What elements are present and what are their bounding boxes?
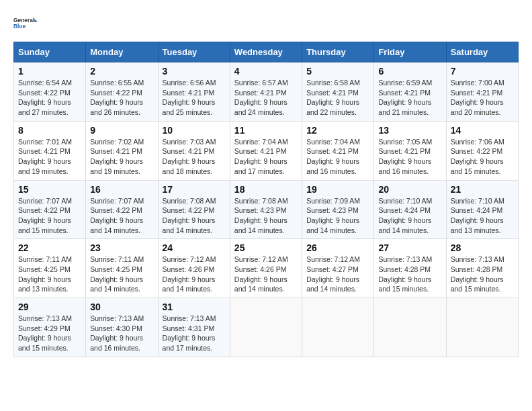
day-number: 13 — [378, 125, 441, 136]
day-number: 17 — [163, 184, 226, 195]
col-header-friday: Friday — [374, 42, 446, 62]
day-number: 25 — [234, 242, 298, 253]
week-row-2: 8Sunrise: 7:01 AMSunset: 4:21 PMDaylight… — [14, 121, 519, 180]
calendar-cell: 18Sunrise: 7:08 AMSunset: 4:23 PMDayligh… — [230, 180, 302, 239]
calendar-cell: 7Sunrise: 7:00 AMSunset: 4:21 PMDaylight… — [446, 62, 518, 122]
calendar-cell: 27Sunrise: 7:13 AMSunset: 4:28 PMDayligh… — [374, 239, 446, 298]
calendar-cell: 4Sunrise: 6:57 AMSunset: 4:21 PMDaylight… — [230, 62, 302, 122]
calendar-cell: 6Sunrise: 6:59 AMSunset: 4:21 PMDaylight… — [374, 62, 446, 122]
calendar-cell — [374, 298, 446, 357]
calendar-cell: 13Sunrise: 7:05 AMSunset: 4:21 PMDayligh… — [374, 121, 446, 180]
calendar-cell: 9Sunrise: 7:02 AMSunset: 4:21 PMDaylight… — [86, 121, 158, 180]
day-info: Sunrise: 7:13 AMSunset: 4:28 PMDaylight:… — [378, 255, 441, 294]
calendar-cell: 24Sunrise: 7:12 AMSunset: 4:26 PMDayligh… — [158, 239, 230, 298]
day-number: 21 — [451, 184, 514, 195]
col-header-saturday: Saturday — [446, 42, 518, 62]
day-number: 12 — [306, 125, 369, 136]
day-info: Sunrise: 7:06 AMSunset: 4:22 PMDaylight:… — [451, 137, 514, 177]
calendar-cell: 30Sunrise: 7:13 AMSunset: 4:30 PMDayligh… — [86, 298, 158, 357]
calendar-cell — [446, 298, 518, 357]
calendar-cell: 19Sunrise: 7:09 AMSunset: 4:23 PMDayligh… — [302, 180, 374, 239]
day-number: 18 — [234, 184, 298, 195]
day-info: Sunrise: 7:13 AMSunset: 4:30 PMDaylight:… — [90, 314, 153, 353]
day-number: 2 — [90, 66, 153, 77]
day-info: Sunrise: 6:58 AMSunset: 4:21 PMDaylight:… — [306, 78, 369, 118]
calendar-cell: 14Sunrise: 7:06 AMSunset: 4:22 PMDayligh… — [446, 121, 518, 180]
calendar-cell: 8Sunrise: 7:01 AMSunset: 4:21 PMDaylight… — [14, 121, 86, 180]
day-info: Sunrise: 6:55 AMSunset: 4:22 PMDaylight:… — [90, 78, 153, 118]
logo: General Blue — [13, 11, 38, 35]
day-number: 26 — [306, 242, 369, 253]
col-header-monday: Monday — [86, 42, 158, 62]
day-number: 30 — [90, 302, 153, 312]
day-info: Sunrise: 7:07 AMSunset: 4:22 PMDaylight:… — [18, 196, 81, 236]
day-info: Sunrise: 6:57 AMSunset: 4:21 PMDaylight:… — [234, 78, 298, 118]
calendar-cell: 20Sunrise: 7:10 AMSunset: 4:24 PMDayligh… — [374, 180, 446, 239]
calendar-cell: 10Sunrise: 7:03 AMSunset: 4:21 PMDayligh… — [158, 121, 230, 180]
day-number: 6 — [378, 66, 441, 77]
day-info: Sunrise: 7:13 AMSunset: 4:29 PMDaylight:… — [18, 314, 81, 353]
calendar-cell: 11Sunrise: 7:04 AMSunset: 4:21 PMDayligh… — [230, 121, 302, 180]
calendar-cell: 25Sunrise: 7:12 AMSunset: 4:26 PMDayligh… — [230, 239, 302, 298]
calendar-cell — [230, 298, 302, 357]
week-row-1: 1Sunrise: 6:54 AMSunset: 4:22 PMDaylight… — [14, 62, 519, 122]
day-info: Sunrise: 7:05 AMSunset: 4:21 PMDaylight:… — [378, 137, 441, 177]
day-number: 31 — [163, 302, 226, 312]
col-header-tuesday: Tuesday — [158, 42, 230, 62]
day-number: 10 — [163, 125, 226, 136]
day-number: 20 — [378, 184, 441, 195]
day-info: Sunrise: 7:10 AMSunset: 4:24 PMDaylight:… — [378, 196, 441, 236]
calendar-cell: 5Sunrise: 6:58 AMSunset: 4:21 PMDaylight… — [302, 62, 374, 122]
calendar-cell: 16Sunrise: 7:07 AMSunset: 4:22 PMDayligh… — [86, 180, 158, 239]
col-header-wednesday: Wednesday — [230, 42, 302, 62]
day-number: 4 — [234, 66, 298, 77]
col-header-sunday: Sunday — [14, 42, 86, 62]
day-info: Sunrise: 7:11 AMSunset: 4:25 PMDaylight:… — [90, 255, 153, 294]
day-number: 29 — [18, 302, 81, 312]
header: General Blue — [13, 11, 519, 35]
calendar-cell: 29Sunrise: 7:13 AMSunset: 4:29 PMDayligh… — [14, 298, 86, 357]
day-info: Sunrise: 6:54 AMSunset: 4:22 PMDaylight:… — [18, 78, 81, 118]
day-number: 3 — [163, 66, 226, 77]
day-info: Sunrise: 7:12 AMSunset: 4:26 PMDaylight:… — [234, 255, 298, 294]
calendar-cell: 12Sunrise: 7:04 AMSunset: 4:21 PMDayligh… — [302, 121, 374, 180]
calendar-table: SundayMondayTuesdayWednesdayThursdayFrid… — [13, 42, 519, 357]
calendar-cell: 22Sunrise: 7:11 AMSunset: 4:25 PMDayligh… — [14, 239, 86, 298]
day-number: 1 — [18, 66, 81, 77]
day-number: 11 — [234, 125, 298, 136]
column-headers: SundayMondayTuesdayWednesdayThursdayFrid… — [14, 42, 519, 62]
calendar-cell: 17Sunrise: 7:08 AMSunset: 4:22 PMDayligh… — [158, 180, 230, 239]
day-info: Sunrise: 7:04 AMSunset: 4:21 PMDaylight:… — [234, 137, 298, 177]
day-number: 9 — [90, 125, 153, 136]
day-info: Sunrise: 7:08 AMSunset: 4:22 PMDaylight:… — [163, 196, 226, 236]
calendar-cell: 15Sunrise: 7:07 AMSunset: 4:22 PMDayligh… — [14, 180, 86, 239]
day-number: 14 — [451, 125, 514, 136]
calendar-cell: 3Sunrise: 6:56 AMSunset: 4:21 PMDaylight… — [158, 62, 230, 122]
day-info: Sunrise: 6:59 AMSunset: 4:21 PMDaylight:… — [378, 78, 441, 118]
day-info: Sunrise: 7:09 AMSunset: 4:23 PMDaylight:… — [306, 196, 369, 236]
day-info: Sunrise: 7:08 AMSunset: 4:23 PMDaylight:… — [234, 196, 298, 236]
calendar-cell: 28Sunrise: 7:13 AMSunset: 4:28 PMDayligh… — [446, 239, 518, 298]
day-number: 27 — [378, 242, 441, 253]
day-info: Sunrise: 7:04 AMSunset: 4:21 PMDaylight:… — [306, 137, 369, 177]
day-info: Sunrise: 6:56 AMSunset: 4:21 PMDaylight:… — [163, 78, 226, 118]
day-info: Sunrise: 7:00 AMSunset: 4:21 PMDaylight:… — [451, 78, 514, 118]
day-number: 19 — [306, 184, 369, 195]
day-info: Sunrise: 7:10 AMSunset: 4:24 PMDaylight:… — [451, 196, 514, 236]
calendar-cell: 26Sunrise: 7:12 AMSunset: 4:27 PMDayligh… — [302, 239, 374, 298]
calendar-cell: 23Sunrise: 7:11 AMSunset: 4:25 PMDayligh… — [86, 239, 158, 298]
day-number: 7 — [451, 66, 514, 77]
calendar-cell: 1Sunrise: 6:54 AMSunset: 4:22 PMDaylight… — [14, 62, 86, 122]
week-row-4: 22Sunrise: 7:11 AMSunset: 4:25 PMDayligh… — [14, 239, 519, 298]
week-row-3: 15Sunrise: 7:07 AMSunset: 4:22 PMDayligh… — [14, 180, 519, 239]
day-number: 23 — [90, 242, 153, 253]
day-info: Sunrise: 7:12 AMSunset: 4:27 PMDaylight:… — [306, 255, 369, 294]
day-number: 22 — [18, 242, 81, 253]
calendar-cell — [302, 298, 374, 357]
svg-text:Blue: Blue — [13, 23, 26, 30]
calendar-cell: 21Sunrise: 7:10 AMSunset: 4:24 PMDayligh… — [446, 180, 518, 239]
calendar-cell: 2Sunrise: 6:55 AMSunset: 4:22 PMDaylight… — [86, 62, 158, 122]
col-header-thursday: Thursday — [302, 42, 374, 62]
svg-marker-2 — [34, 19, 38, 22]
day-info: Sunrise: 7:13 AMSunset: 4:31 PMDaylight:… — [163, 314, 226, 353]
